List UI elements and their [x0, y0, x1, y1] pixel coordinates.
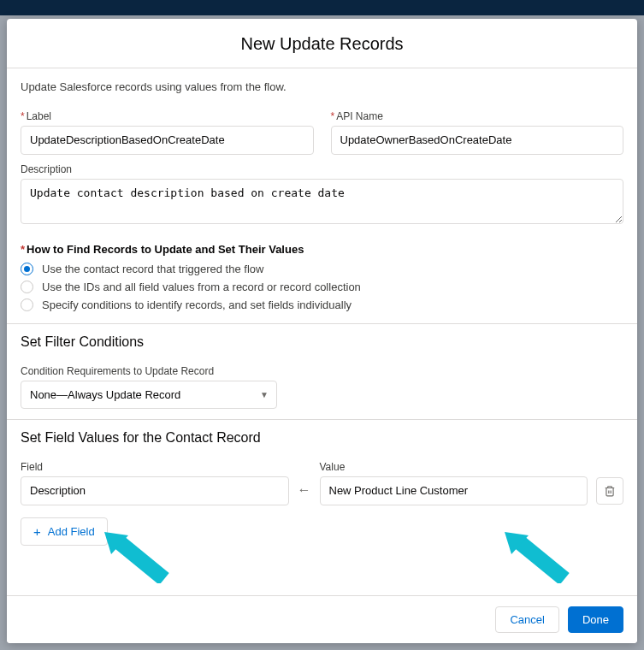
modal-title: New Update Records — [7, 34, 637, 54]
description-field-label: Description — [21, 163, 623, 175]
radio-label: Use the IDs and all field values from a … — [42, 281, 361, 293]
label-field-label: *Label — [21, 110, 314, 122]
radio-label: Specify conditions to identify records, … — [42, 298, 352, 311]
radio-icon — [21, 281, 33, 293]
api-name-field-label: *API Name — [331, 110, 624, 122]
delete-row-button[interactable] — [596, 477, 623, 505]
radio-icon — [21, 263, 33, 275]
api-name-input[interactable] — [331, 126, 624, 155]
done-button[interactable]: Done — [568, 606, 623, 633]
radio-option-triggering-record[interactable]: Use the contact record that triggered th… — [21, 263, 623, 275]
field-column-label: Field — [21, 461, 289, 473]
radio-option-specify-conditions[interactable]: Specify conditions to identify records, … — [21, 298, 623, 311]
radio-label: Use the contact record that triggered th… — [42, 263, 263, 275]
set-values-section: Field ← Value + Add Field — [7, 451, 637, 556]
radio-option-ids-collection[interactable]: Use the IDs and all field values from a … — [21, 281, 623, 293]
condition-requirement-label: Condition Requirements to Update Record — [21, 365, 623, 377]
set-field-values-heading: Set Field Values for the Contact Record — [7, 420, 637, 451]
value-column-label: Value — [320, 461, 588, 473]
intro-text: Update Salesforce records using values f… — [7, 68, 637, 100]
assignment-arrow-icon: ← — [298, 482, 311, 505]
find-records-heading: *How to Find Records to Update and Set T… — [21, 243, 623, 256]
filter-section: Condition Requirements to Update Record … — [7, 355, 637, 420]
modal-header: New Update Records — [7, 19, 637, 68]
value-input[interactable] — [320, 476, 588, 505]
modal-body: Update Salesforce records using values f… — [7, 68, 637, 595]
filter-conditions-heading: Set Filter Conditions — [7, 324, 637, 355]
condition-requirement-select[interactable]: None—Always Update Record — [21, 381, 277, 409]
label-input[interactable] — [21, 126, 314, 155]
cancel-button[interactable]: Cancel — [495, 606, 558, 633]
add-field-button[interactable]: + Add Field — [21, 517, 108, 546]
description-input[interactable]: Update contact description based on crea… — [21, 179, 623, 223]
radio-icon — [21, 298, 33, 311]
trash-icon — [604, 485, 616, 497]
new-update-records-modal: New Update Records Update Salesforce rec… — [7, 19, 637, 643]
plus-icon: + — [33, 525, 41, 538]
add-field-label: Add Field — [48, 525, 95, 538]
field-input[interactable] — [21, 476, 289, 505]
basic-fields-section: *Label *API Name Description Update cont… — [7, 100, 637, 324]
modal-footer: Cancel Done — [7, 595, 637, 643]
